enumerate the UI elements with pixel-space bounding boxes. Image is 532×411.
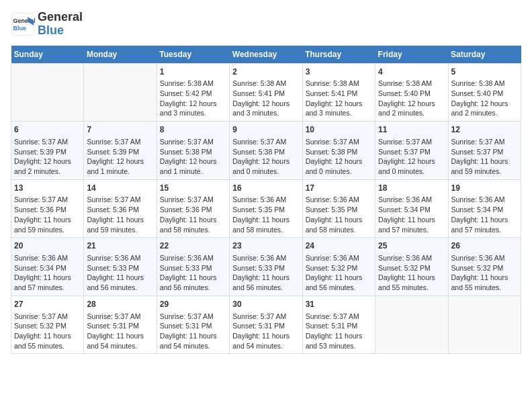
calendar-week-row: 20Sunrise: 5:36 AMSunset: 5:34 PMDayligh… [11, 238, 521, 296]
calendar-cell: 27Sunrise: 5:37 AMSunset: 5:32 PMDayligh… [11, 295, 84, 354]
day-info: Sunrise: 5:36 AM [14, 253, 81, 263]
day-number: 6 [14, 124, 81, 136]
day-header-sunday: Sunday [11, 46, 84, 64]
day-info: Sunrise: 5:37 AM [14, 195, 81, 205]
calendar-cell: 4Sunrise: 5:38 AMSunset: 5:40 PMDaylight… [375, 63, 448, 122]
day-info: Sunrise: 5:37 AM [451, 137, 518, 147]
logo-blue: Blue [38, 24, 64, 37]
day-info: Sunset: 5:40 PM [451, 89, 518, 99]
day-number: 2 [232, 66, 299, 78]
day-number: 11 [378, 124, 445, 136]
day-info: Sunrise: 5:36 AM [451, 195, 518, 205]
day-header-wednesday: Wednesday [230, 46, 302, 64]
day-info: Sunset: 5:31 PM [160, 321, 226, 331]
day-header-friday: Friday [375, 46, 448, 64]
calendar-cell: 10Sunrise: 5:37 AMSunset: 5:38 PMDayligh… [302, 122, 375, 180]
day-info: Sunset: 5:38 PM [306, 147, 372, 157]
day-info: Sunset: 5:39 PM [87, 147, 153, 157]
day-info: Daylight: 11 hours and 58 minutes. [232, 215, 299, 234]
day-info: Daylight: 12 hours and 1 minute. [160, 156, 226, 176]
calendar-cell: 30Sunrise: 5:37 AMSunset: 5:31 PMDayligh… [230, 295, 302, 354]
day-info: Daylight: 11 hours and 56 minutes. [232, 273, 299, 292]
logo-icon: General Blue [11, 12, 35, 36]
day-info: Sunrise: 5:37 AM [306, 312, 372, 322]
day-info: Sunset: 5:41 PM [232, 89, 299, 99]
day-info: Sunset: 5:41 PM [306, 89, 372, 99]
day-info: Daylight: 12 hours and 0 minutes. [306, 156, 372, 176]
calendar-cell [375, 295, 448, 354]
svg-text:Blue: Blue [13, 25, 27, 32]
day-info: Sunset: 5:33 PM [160, 263, 226, 273]
day-info: Daylight: 11 hours and 53 minutes. [306, 331, 372, 351]
day-info: Daylight: 11 hours and 55 minutes. [378, 273, 445, 292]
day-info: Sunset: 5:36 PM [160, 205, 226, 215]
day-info: Sunrise: 5:37 AM [160, 195, 226, 205]
day-number: 16 [232, 183, 299, 194]
day-number: 13 [14, 183, 81, 194]
day-number: 15 [160, 183, 226, 194]
calendar-cell: 22Sunrise: 5:36 AMSunset: 5:33 PMDayligh… [157, 238, 229, 296]
day-info: Sunrise: 5:37 AM [87, 137, 153, 147]
calendar-cell [448, 295, 521, 354]
calendar-cell [11, 63, 84, 122]
day-info: Sunset: 5:34 PM [14, 263, 81, 273]
calendar-cell [84, 63, 157, 122]
day-info: Daylight: 12 hours and 1 minute. [87, 156, 153, 176]
day-info: Daylight: 11 hours and 57 minutes. [451, 215, 518, 234]
logo: General Blue General Blue [11, 11, 83, 38]
day-info: Sunset: 5:32 PM [451, 263, 518, 273]
calendar-header-row: SundayMondayTuesdayWednesdayThursdayFrid… [11, 46, 521, 64]
day-header-monday: Monday [84, 46, 157, 64]
day-info: Sunset: 5:38 PM [232, 147, 299, 157]
day-info: Daylight: 11 hours and 58 minutes. [306, 215, 372, 234]
day-info: Sunrise: 5:36 AM [306, 253, 372, 263]
calendar-cell: 12Sunrise: 5:37 AMSunset: 5:37 PMDayligh… [448, 122, 521, 180]
calendar-cell: 18Sunrise: 5:36 AMSunset: 5:34 PMDayligh… [375, 179, 448, 238]
day-number: 28 [87, 299, 153, 310]
day-info: Sunrise: 5:37 AM [378, 137, 445, 147]
calendar-cell: 2Sunrise: 5:38 AMSunset: 5:41 PMDaylight… [230, 63, 302, 122]
calendar-cell: 25Sunrise: 5:36 AMSunset: 5:32 PMDayligh… [375, 238, 448, 296]
day-info: Sunrise: 5:37 AM [306, 137, 372, 147]
day-info: Daylight: 11 hours and 59 minutes. [14, 215, 81, 234]
calendar-cell: 8Sunrise: 5:37 AMSunset: 5:38 PMDaylight… [157, 122, 229, 180]
day-info: Sunset: 5:37 PM [378, 147, 445, 157]
calendar-cell: 15Sunrise: 5:37 AMSunset: 5:36 PMDayligh… [157, 179, 229, 238]
day-info: Daylight: 12 hours and 3 minutes. [306, 99, 372, 118]
day-info: Sunset: 5:39 PM [14, 147, 81, 157]
day-info: Sunrise: 5:37 AM [87, 195, 153, 205]
day-info: Daylight: 12 hours and 3 minutes. [160, 99, 226, 118]
day-info: Sunset: 5:42 PM [160, 89, 226, 99]
calendar-cell: 9Sunrise: 5:37 AMSunset: 5:38 PMDaylight… [230, 122, 302, 180]
day-number: 29 [160, 299, 226, 310]
day-info: Sunrise: 5:37 AM [160, 312, 226, 322]
calendar-cell: 20Sunrise: 5:36 AMSunset: 5:34 PMDayligh… [11, 238, 84, 296]
day-info: Daylight: 11 hours and 57 minutes. [378, 215, 445, 234]
day-info: Daylight: 11 hours and 59 minutes. [87, 215, 153, 234]
calendar-cell: 19Sunrise: 5:36 AMSunset: 5:34 PMDayligh… [448, 179, 521, 238]
day-info: Daylight: 12 hours and 3 minutes. [232, 99, 299, 118]
calendar-cell: 16Sunrise: 5:36 AMSunset: 5:35 PMDayligh… [230, 179, 302, 238]
day-number: 30 [232, 299, 299, 310]
day-number: 20 [14, 240, 81, 252]
calendar-table: SundayMondayTuesdayWednesdayThursdayFrid… [11, 46, 521, 355]
day-number: 25 [378, 240, 445, 252]
day-info: Sunrise: 5:36 AM [378, 195, 445, 205]
day-number: 23 [232, 240, 299, 252]
calendar-cell: 14Sunrise: 5:37 AMSunset: 5:36 PMDayligh… [84, 179, 157, 238]
day-number: 21 [87, 240, 153, 252]
day-info: Sunset: 5:33 PM [232, 263, 299, 273]
calendar-week-row: 13Sunrise: 5:37 AMSunset: 5:36 PMDayligh… [11, 179, 521, 238]
calendar-week-row: 6Sunrise: 5:37 AMSunset: 5:39 PMDaylight… [11, 122, 521, 180]
day-number: 4 [378, 66, 445, 78]
day-info: Daylight: 11 hours and 56 minutes. [87, 273, 153, 292]
day-info: Sunrise: 5:37 AM [232, 312, 299, 322]
day-number: 14 [87, 183, 153, 194]
day-info: Sunset: 5:34 PM [451, 205, 518, 215]
day-info: Sunset: 5:36 PM [14, 205, 81, 215]
day-info: Sunset: 5:34 PM [378, 205, 445, 215]
day-info: Sunrise: 5:38 AM [160, 79, 226, 89]
calendar-cell: 6Sunrise: 5:37 AMSunset: 5:39 PMDaylight… [11, 122, 84, 180]
day-info: Sunset: 5:32 PM [306, 263, 372, 273]
day-info: Daylight: 11 hours and 57 minutes. [14, 273, 81, 292]
